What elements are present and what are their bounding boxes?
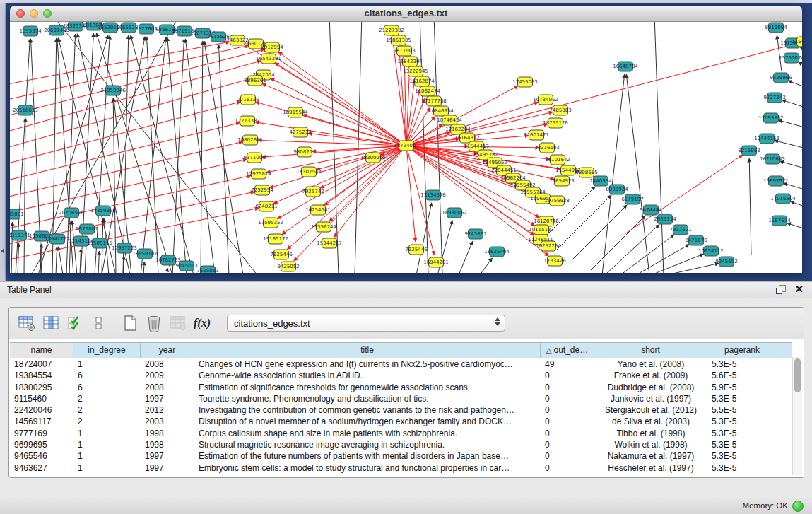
graph-node[interactable]: 12093832: [758, 113, 784, 123]
table-cell[interactable]: Estimation of significance thresholds fo…: [194, 382, 541, 393]
graph-node[interactable]: 16254541: [305, 205, 331, 215]
network-window-titlebar[interactable]: citations_edges.txt: [10, 6, 802, 22]
table-cell[interactable]: Disruption of a novel member of a sodium…: [194, 416, 541, 427]
table-cell[interactable]: 0: [541, 382, 594, 393]
table-cell[interactable]: 9465546: [10, 450, 73, 462]
graph-node[interactable]: 9811903: [393, 46, 415, 56]
graph-node[interactable]: 16846954: [428, 106, 454, 116]
graph-node[interactable]: 21053346: [100, 86, 126, 95]
graph-node[interactable]: 16648784: [613, 62, 638, 71]
graph-node[interactable]: 12213383: [235, 116, 260, 126]
graph-node[interactable]: 16844201: [423, 257, 449, 267]
table-cell[interactable]: 6: [73, 382, 141, 393]
graph-node[interactable]: 16101642: [545, 155, 570, 165]
graph-node[interactable]: 15842394: [397, 57, 423, 66]
graph-node[interactable]: 9245867: [464, 229, 486, 239]
table-cell[interactable]: 1998: [141, 428, 194, 439]
column-header-out_de[interactable]: △out_de…: [541, 343, 594, 358]
graph-node[interactable]: 17455083: [512, 77, 538, 87]
graph-node[interactable]: 1167534: [768, 216, 791, 226]
table-cell[interactable]: 2008: [141, 382, 194, 393]
table-cell[interactable]: 1997: [141, 462, 194, 474]
table-cell[interactable]: 18724007: [10, 358, 73, 370]
table-cell[interactable]: 19384554: [10, 370, 73, 381]
graph-node[interactable]: 9425052: [277, 262, 299, 271]
graph-node[interactable]: 8471676: [685, 235, 707, 245]
table-cell[interactable]: Tourette syndrome. Phenomenology and cla…: [194, 393, 541, 404]
graph-node[interactable]: 16625404: [484, 247, 510, 257]
graph-node[interactable]: 7932621: [669, 225, 691, 235]
table-cell[interactable]: 1: [73, 462, 141, 474]
network-canvas[interactable]: 1872400718300295105557420691406183253448…: [10, 22, 802, 273]
graph-node[interactable]: 19654923: [549, 176, 575, 186]
graph-node[interactable]: 9371006: [243, 153, 266, 163]
table-cell[interactable]: 2008: [141, 358, 194, 370]
table-row[interactable]: 969969511998Structural magnetic resonanc…: [10, 439, 792, 450]
table-cell[interactable]: 2: [73, 416, 141, 427]
graph-node[interactable]: 13222945: [403, 66, 428, 76]
delete-table-icon[interactable]: [142, 311, 166, 335]
table-cell[interactable]: 5.3E-5: [707, 439, 777, 450]
table-cell[interactable]: 9115460: [10, 393, 73, 404]
graph-node[interactable]: 2935114: [654, 214, 676, 224]
table-cell[interactable]: Jankovic et al. (1997): [594, 393, 707, 404]
table-cell[interactable]: 5.5E-5: [707, 404, 777, 416]
table-cell[interactable]: Genome-wide association studies in ADHD.: [194, 370, 541, 381]
table-cell[interactable]: Wolkin et al. (1998): [594, 439, 707, 450]
graph-node[interactable]: 12444154: [754, 134, 779, 144]
table-cell[interactable]: 0: [541, 416, 594, 427]
table-cell[interactable]: 9777169: [10, 428, 73, 439]
table-cell[interactable]: 2012: [141, 404, 194, 416]
table-cell[interactable]: Changes of HCN gene expression and I(f) …: [194, 358, 541, 370]
graph-node[interactable]: 9135061: [10, 209, 24, 219]
column-header-in_degree[interactable]: in_degree: [73, 343, 141, 358]
close-panel-icon[interactable]: ✕: [794, 284, 804, 294]
graph-node[interactable]: 2718126: [237, 95, 259, 105]
column-header-short[interactable]: short: [594, 343, 707, 358]
graph-node[interactable]: 7625013: [196, 266, 218, 273]
graph-node[interactable]: 10734952: [533, 95, 558, 105]
table-row[interactable]: 977716911998Corpus callosum shape and si…: [10, 428, 792, 439]
panel-expand-handle-icon[interactable]: [1, 248, 4, 254]
table-cell[interactable]: 0: [541, 439, 594, 450]
column-header-pagerank[interactable]: pagerank: [707, 343, 777, 358]
graph-node[interactable]: 18307543: [296, 167, 322, 177]
graph-node[interactable]: 16543381: [256, 54, 281, 64]
table-cell[interactable]: 5.3E-5: [707, 428, 777, 439]
table-cell[interactable]: 0: [541, 404, 594, 416]
graph-node[interactable]: 21227382: [379, 25, 404, 35]
column-header-name[interactable]: name: [10, 343, 73, 358]
graph-node[interactable]: 19356744: [311, 222, 336, 232]
graph-node[interactable]: 13692971: [763, 176, 789, 186]
graph-node[interactable]: 16162874: [409, 76, 435, 86]
graph-node[interactable]: 8215953: [738, 146, 760, 156]
table-cell[interactable]: Stergiakouli et al. (2012): [594, 404, 707, 416]
table-cell[interactable]: 0: [541, 462, 594, 474]
table-cell[interactable]: 1: [73, 358, 141, 370]
graph-node[interactable]: 19165172: [263, 234, 288, 244]
table-cell[interactable]: de Silva et al. (2003): [594, 416, 707, 427]
graph-node[interactable]: 15751074: [779, 53, 802, 63]
column-chooser-icon[interactable]: [39, 311, 63, 335]
graph-node[interactable]: 17595352: [258, 218, 283, 228]
table-cell[interactable]: Corpus callosum shape and size in male p…: [194, 428, 541, 439]
graph-node[interactable]: 10746454: [437, 115, 462, 125]
graph-node[interactable]: 17359928: [90, 206, 116, 216]
table-cell[interactable]: 14569117: [10, 416, 73, 427]
table-cell[interactable]: 5.9E-5: [707, 382, 777, 393]
table-cell[interactable]: Structural magnetic resonance image aver…: [194, 439, 541, 450]
graph-node[interactable]: 8938924: [606, 185, 628, 194]
graph-node[interactable]: 9245652: [715, 257, 737, 267]
graph-node[interactable]: 18755126: [543, 118, 568, 128]
graph-node[interactable]: 4275212: [289, 127, 311, 137]
table-row[interactable]: 946362711997Embryonic stem cells: a mode…: [10, 462, 792, 474]
table-cell[interactable]: Investigating the contribution of common…: [194, 404, 541, 416]
table-cell[interactable]: 1: [73, 428, 141, 439]
citation-network-graph[interactable]: 1872400718300295105557420691406183253448…: [10, 22, 802, 273]
table-cell[interactable]: 1: [73, 450, 141, 462]
table-cell[interactable]: 5.3E-5: [707, 416, 777, 427]
graph-node[interactable]: 17177758: [421, 96, 447, 106]
table-cell[interactable]: 1997: [141, 450, 194, 462]
graph-node[interactable]: 18930052: [442, 208, 467, 218]
graph-node[interactable]: 7925446: [405, 245, 428, 255]
